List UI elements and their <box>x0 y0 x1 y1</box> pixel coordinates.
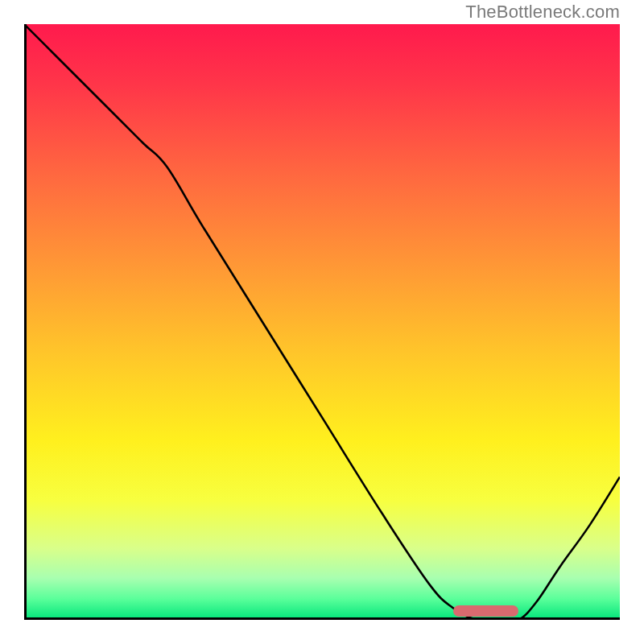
optimal-range-marker <box>453 605 518 617</box>
y-axis <box>24 24 27 620</box>
x-axis <box>24 617 620 620</box>
chart-container: TheBottleneck.com <box>0 0 644 644</box>
bottleneck-curve <box>24 24 620 620</box>
watermark-label: TheBottleneck.com <box>465 2 620 23</box>
plot-area <box>24 24 620 620</box>
